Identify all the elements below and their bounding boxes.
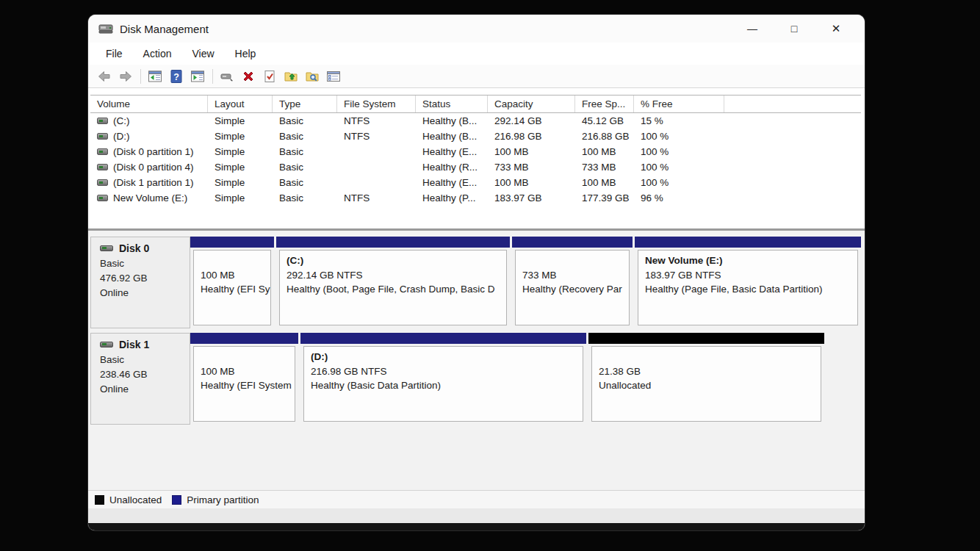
primary-partition-bar (276, 237, 510, 248)
maximize-button[interactable]: □ (777, 15, 811, 43)
cell-type: Basic (273, 144, 337, 159)
folder-up-icon[interactable] (282, 68, 300, 85)
disk-name: Disk 0 (119, 242, 149, 254)
column-header-layout[interactable]: Layout (208, 96, 273, 112)
column-header-file-system[interactable]: File System (337, 96, 416, 112)
cell-free-space: 100 MB (575, 144, 634, 159)
toolbar-separator (212, 69, 213, 84)
partition-size: 216.98 GB NTFS (311, 364, 583, 378)
partition-body: (C:) 292.14 GB NTFS Healthy (Boot, Page … (279, 250, 507, 325)
partition-size: 100 MB (201, 268, 270, 282)
cell-layout: Simple (208, 144, 273, 159)
partition-disk0-new-volume-e[interactable]: New Volume (E:) 183.97 GB NTFS Healthy (… (635, 237, 861, 328)
partition-body: 100 MB Healthy (EFI Sy (193, 250, 271, 325)
cell-pct-free: 100 % (634, 144, 724, 159)
window-bottom-edge (88, 523, 865, 530)
cell-free-space: 733 MB (575, 159, 634, 175)
disk-0-row: Disk 0 Basic 476.92 GB Online 100 MB Hea… (90, 237, 861, 328)
cell-layout: Simple (208, 113, 273, 129)
partition-size: 733 MB (522, 268, 629, 282)
disk-0-label-panel[interactable]: Disk 0 Basic 476.92 GB Online (90, 237, 190, 328)
minimize-button[interactable]: — (735, 15, 769, 43)
disk-size: 476.92 GB (100, 271, 190, 286)
cell-file-system (337, 144, 416, 159)
column-header-status[interactable]: Status (416, 96, 488, 112)
disk-1-label-panel[interactable]: Disk 1 Basic 238.46 GB Online (90, 333, 190, 425)
legend-label-primary-partition: Primary partition (187, 494, 259, 505)
primary-partition-bar (190, 237, 274, 248)
unallocated-bar (588, 333, 824, 344)
cell-status: Healthy (B... (416, 113, 488, 129)
partition-name: New Volume (E:) (645, 255, 857, 268)
disk-view-icon[interactable] (218, 68, 236, 85)
volume-icon (97, 133, 108, 140)
column-header-capacity[interactable]: Capacity (488, 96, 575, 112)
partition-status: Healthy (EFI Sy (201, 282, 270, 296)
legend-label-unallocated: Unallocated (109, 494, 162, 505)
partition-status: Healthy (Basic Data Partition) (311, 378, 583, 392)
table-row-disk0-part4[interactable]: (Disk 0 partition 4) Simple Basic Health… (90, 159, 861, 175)
cell-type: Basic (273, 190, 337, 206)
cell-free-space: 45.12 GB (575, 113, 634, 129)
column-header-volume[interactable]: Volume (90, 96, 208, 112)
fields-list-icon[interactable] (325, 68, 342, 85)
partition-size: 183.97 GB NTFS (645, 268, 857, 282)
partition-body: (D:) 216.98 GB NTFS Healthy (Basic Data … (303, 346, 583, 422)
primary-partition-bar (512, 237, 633, 248)
partition-disk1-d[interactable]: (D:) 216.98 GB NTFS Healthy (Basic Data … (300, 333, 586, 425)
delete-volume-icon[interactable] (239, 68, 257, 85)
table-header: Volume Layout Type File System Status Ca… (90, 95, 861, 113)
check-document-icon[interactable] (261, 68, 278, 85)
partition-disk0-recovery[interactable]: 733 MB Healthy (Recovery Par (512, 237, 633, 328)
bottom-strip (88, 508, 865, 523)
disk-name: Disk 1 (119, 339, 149, 350)
cell-pct-free: 100 % (634, 175, 724, 190)
partition-disk0-efi[interactable]: 100 MB Healthy (EFI Sy (190, 237, 274, 328)
close-button[interactable]: ✕ (819, 15, 853, 43)
volume-list-pane: Volume Layout Type File System Status Ca… (88, 88, 865, 226)
console-tree-icon[interactable] (146, 68, 164, 85)
table-row-c[interactable]: (C:) Simple Basic NTFS Healthy (B... 292… (90, 113, 861, 129)
menu-file[interactable]: File (98, 46, 130, 62)
partition-disk0-c[interactable]: (C:) 292.14 GB NTFS Healthy (Boot, Page … (276, 237, 510, 328)
disk-1-partitions: 100 MB Healthy (EFI System (D:) 216.98 G… (190, 333, 861, 425)
column-header-type[interactable]: Type (273, 96, 337, 112)
window-title: Disk Management (120, 23, 209, 35)
back-icon[interactable] (96, 68, 113, 85)
volume-icon (97, 179, 108, 186)
table-row-disk1-part1[interactable]: (Disk 1 partition 1) Simple Basic Health… (90, 175, 861, 190)
partition-status: Healthy (Page File, Basic Data Partition… (645, 282, 857, 296)
table-row-d[interactable]: (D:) Simple Basic NTFS Healthy (B... 216… (90, 129, 861, 144)
partition-name: (D:) (311, 351, 583, 364)
table-row-new-volume-e[interactable]: New Volume (E:) Simple Basic NTFS Health… (90, 190, 861, 206)
folder-search-icon[interactable] (303, 68, 321, 85)
cell-file-system: NTFS (337, 190, 416, 206)
menu-view[interactable]: View (184, 46, 221, 62)
forward-icon[interactable] (117, 68, 134, 85)
partition-body: 100 MB Healthy (EFI System (193, 346, 295, 422)
disk-status: Online (100, 286, 190, 300)
primary-partition-bar (635, 237, 861, 248)
column-header-pct-free[interactable]: % Free (634, 96, 724, 112)
menu-help[interactable]: Help (228, 46, 264, 62)
menu-action[interactable]: Action (136, 46, 179, 62)
cell-capacity: 292.14 GB (488, 113, 575, 129)
partition-size: 100 MB (201, 364, 295, 378)
partition-disk1-efi[interactable]: 100 MB Healthy (EFI System (190, 333, 298, 425)
table-row-disk0-part1[interactable]: (Disk 0 partition 1) Simple Basic Health… (90, 144, 861, 159)
partition-disk1-unallocated[interactable]: 21.38 GB Unallocated (588, 333, 824, 425)
cell-volume: (D:) (90, 129, 208, 144)
svg-text:?: ? (173, 71, 179, 82)
column-header-free-space[interactable]: Free Sp... (575, 96, 634, 112)
cell-type: Basic (273, 129, 337, 144)
disk-type: Basic (100, 256, 190, 271)
disk-1-row: Disk 1 Basic 238.46 GB Online 100 MB Hea… (90, 333, 861, 425)
help-icon[interactable]: ? (167, 68, 185, 85)
toolbar: ? (88, 65, 865, 88)
unallocated-swatch (95, 495, 104, 505)
cell-status: Healthy (B... (416, 129, 488, 144)
cell-capacity: 733 MB (488, 159, 575, 175)
action-pane-icon[interactable] (189, 68, 206, 85)
partition-status: Unallocated (599, 378, 821, 392)
cell-volume: New Volume (E:) (90, 190, 208, 206)
